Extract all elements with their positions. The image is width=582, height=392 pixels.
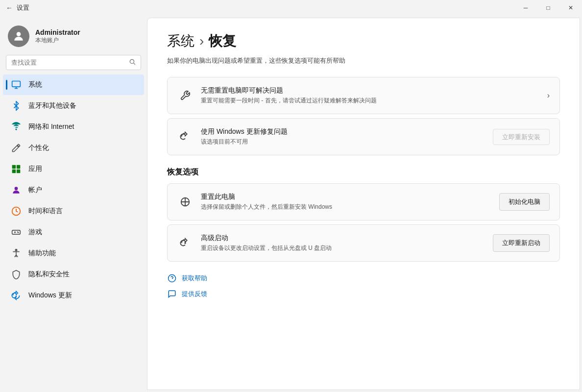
- accounts-icon: [11, 185, 22, 196]
- wrench-icon: [177, 88, 193, 103]
- windows-update-fix-text: 使用 Windows 更新修复问题 该选项目前不可用: [201, 127, 485, 146]
- fix-without-reset-chevron: ›: [547, 91, 550, 100]
- svg-point-1: [130, 59, 134, 63]
- back-icon[interactable]: ←: [6, 4, 13, 12]
- apps-icon: [11, 164, 22, 174]
- time-icon: [11, 206, 22, 217]
- user-section: Administrator 本地账户: [0, 16, 147, 55]
- help-icon: [167, 273, 177, 283]
- sidebar-item-time-label: 时间和语言: [28, 207, 63, 216]
- minimize-button[interactable]: ─: [514, 0, 537, 16]
- get-help-link[interactable]: 获取帮助: [167, 273, 560, 283]
- svg-point-0: [17, 32, 21, 36]
- sidebar-item-network[interactable]: 网络和 Internet: [3, 117, 144, 137]
- reset-pc-title: 重置此电脑: [201, 193, 491, 201]
- nav-menu: 系统 蓝牙和其他设备 网络和 Internet: [0, 74, 147, 306]
- chevron-right-icon: ›: [547, 91, 550, 99]
- bluetooth-icon: [11, 100, 22, 111]
- sidebar-item-bluetooth[interactable]: 蓝牙和其他设备: [3, 96, 144, 116]
- sidebar-item-accounts-label: 帐户: [28, 186, 42, 195]
- svg-point-9: [15, 187, 18, 190]
- accessibility-icon: [11, 248, 22, 259]
- sidebar-item-personalization[interactable]: 个性化: [3, 138, 144, 158]
- get-help-label: 获取帮助: [182, 274, 207, 283]
- system-icon: [11, 79, 22, 90]
- svg-point-13: [18, 232, 19, 233]
- sidebar-item-personalization-label: 个性化: [28, 144, 49, 152]
- feedback-label: 提供反馈: [182, 290, 207, 298]
- feedback-link[interactable]: 提供反馈: [167, 289, 560, 299]
- breadcrumb: 系统 › 恢复: [167, 32, 560, 50]
- fix-without-reset-desc: 重置可能需要一段时间 - 首先，请尝试通过运行疑难解答来解决问题: [201, 97, 539, 105]
- search-input[interactable]: [11, 59, 125, 66]
- svg-point-12: [18, 232, 18, 232]
- gaming-icon: [11, 227, 22, 238]
- sidebar-item-accessibility[interactable]: 辅助功能: [3, 243, 144, 264]
- maximize-button[interactable]: □: [537, 0, 559, 16]
- advanced-startup-icon: [177, 235, 193, 251]
- breadcrumb-separator: ›: [199, 33, 204, 49]
- reset-pc-button-container: 初始化电脑: [499, 193, 550, 211]
- initialize-pc-button[interactable]: 初始化电脑: [499, 193, 550, 211]
- fix-without-reset-text: 无需重置电脑即可解决问题 重置可能需要一段时间 - 首先，请尝试通过运行疑难解答…: [201, 86, 539, 105]
- restart-now-button-container: 立即重新启动: [493, 234, 550, 252]
- sidebar-item-apps-label: 应用: [28, 165, 42, 173]
- sidebar-item-windows-update[interactable]: Windows 更新: [3, 285, 144, 306]
- advanced-startup-desc: 重启设备以更改启动设置，包括从光盘或 U 盘启动: [201, 244, 485, 252]
- svg-rect-6: [17, 165, 21, 169]
- svg-rect-11: [12, 230, 21, 234]
- page-description: 如果你的电脑出现问题或希望重置，这些恢复选项可能有所帮助: [167, 56, 560, 65]
- reset-pc-desc: 选择保留或删除个人文件，然后重新安装 Windows: [201, 203, 491, 211]
- app-container: Administrator 本地账户 系统: [0, 16, 582, 392]
- svg-point-4: [15, 128, 17, 130]
- user-type: 本地账户: [35, 36, 80, 45]
- feedback-icon: [167, 289, 177, 299]
- refresh-icon: [177, 129, 193, 145]
- fix-without-reset-title: 无需重置电脑即可解决问题: [201, 86, 539, 95]
- sidebar-item-bluetooth-label: 蓝牙和其他设备: [28, 101, 76, 110]
- sidebar-item-windows-update-label: Windows 更新: [28, 291, 72, 300]
- advanced-startup-title: 高级启动: [201, 234, 485, 243]
- advanced-startup-card: 高级启动 重启设备以更改启动设置，包括从光盘或 U 盘启动 立即重新启动: [167, 224, 560, 262]
- help-links: 获取帮助 提供反馈: [167, 273, 560, 299]
- windows-update-fix-desc: 该选项目前不可用: [201, 138, 485, 146]
- search-box[interactable]: [6, 55, 141, 70]
- titlebar-controls: ─ □ ✕: [514, 0, 582, 16]
- svg-line-2: [134, 63, 135, 65]
- user-info: Administrator 本地账户: [35, 28, 80, 45]
- privacy-icon: [11, 269, 22, 280]
- sidebar: Administrator 本地账户 系统: [0, 16, 147, 392]
- brush-icon: [11, 143, 22, 153]
- reinstall-button: 立即重新安装: [493, 129, 550, 145]
- sidebar-item-time[interactable]: 时间和语言: [3, 201, 144, 221]
- app-title: 设置: [17, 3, 29, 12]
- username: Administrator: [35, 28, 80, 36]
- sidebar-item-gaming-label: 游戏: [28, 228, 42, 237]
- search-icon: [129, 58, 136, 67]
- reset-pc-card: 重置此电脑 选择保留或删除个人文件，然后重新安装 Windows 初始化电脑: [167, 183, 560, 220]
- update-icon: [11, 290, 22, 301]
- svg-rect-5: [12, 165, 16, 169]
- sidebar-item-gaming[interactable]: 游戏: [3, 222, 144, 243]
- sidebar-item-system-label: 系统: [28, 80, 42, 89]
- network-icon: [11, 122, 22, 132]
- svg-point-14: [15, 249, 17, 251]
- restart-now-button[interactable]: 立即重新启动: [493, 234, 550, 252]
- close-button[interactable]: ✕: [559, 0, 582, 16]
- sidebar-item-network-label: 网络和 Internet: [28, 122, 74, 131]
- reinstall-button-container: 立即重新安装: [493, 132, 550, 142]
- breadcrumb-current: 恢复: [209, 32, 236, 50]
- titlebar-left: ← 设置: [6, 3, 29, 12]
- fix-without-reset-card[interactable]: 无需重置电脑即可解决问题 重置可能需要一段时间 - 首先，请尝试通过运行疑难解答…: [167, 77, 560, 114]
- svg-rect-8: [17, 170, 21, 173]
- recovery-section-title: 恢复选项: [167, 167, 560, 177]
- sidebar-item-system[interactable]: 系统: [3, 74, 144, 95]
- main-content: 系统 › 恢复 如果你的电脑出现问题或希望重置，这些恢复选项可能有所帮助 无需重…: [147, 18, 580, 390]
- advanced-startup-text: 高级启动 重启设备以更改启动设置，包括从光盘或 U 盘启动: [201, 234, 485, 252]
- svg-rect-7: [12, 170, 16, 173]
- svg-point-15: [185, 243, 186, 244]
- sidebar-item-accounts[interactable]: 帐户: [3, 180, 144, 200]
- sidebar-item-apps[interactable]: 应用: [3, 159, 144, 179]
- sidebar-item-privacy[interactable]: 隐私和安全性: [3, 264, 144, 285]
- titlebar: ← 设置 ─ □ ✕: [0, 0, 582, 16]
